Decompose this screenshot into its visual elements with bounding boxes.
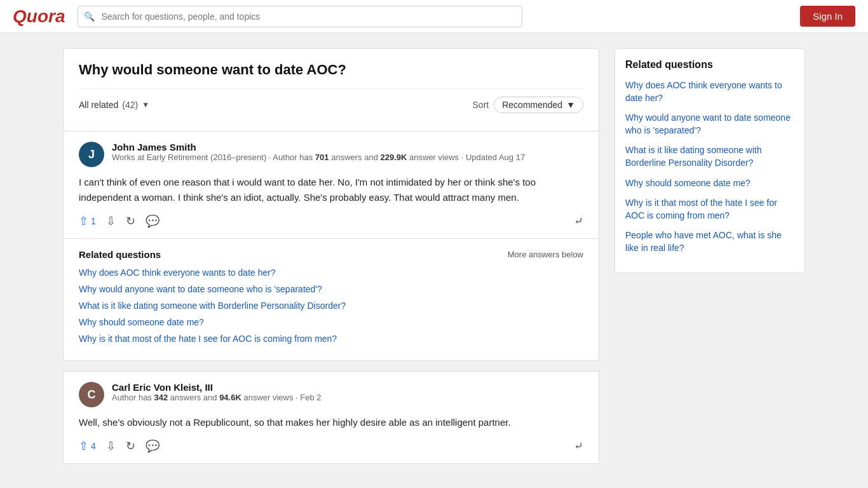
downvote-icon: ⇩: [106, 214, 116, 228]
author-name[interactable]: Carl Eric Von Kleist, III: [112, 382, 322, 393]
header: Quora 🔍 Sign In: [0, 0, 868, 33]
sidebar: Related questions Why does AOC think eve…: [614, 48, 805, 464]
related-link[interactable]: Why would anyone want to date someone wh…: [79, 284, 583, 294]
sort-value: Recommended: [502, 100, 562, 110]
downvote-button[interactable]: ⇩: [106, 214, 116, 228]
upvote-count: 4: [91, 441, 96, 451]
author-name[interactable]: John James Smith: [112, 142, 525, 152]
author-meta-after: answer views · Feb 2: [241, 393, 322, 402]
related-link[interactable]: Why does AOC think everyone wants to dat…: [79, 268, 583, 278]
upvote-button[interactable]: ⇧ 1: [79, 214, 96, 228]
answer-actions: ⇧ 4 ⇩ ↻ 💬 ⤶: [79, 439, 583, 453]
related-inline-title: Related questions: [79, 249, 161, 260]
quora-logo[interactable]: Quora: [13, 6, 65, 27]
answers-bar: All related (42) ▼ Sort Recommended ▼: [79, 88, 583, 121]
page-layout: Why would someone want to date AOC? All …: [53, 33, 815, 479]
author-answers: 701: [315, 152, 329, 162]
upvote-icon: ⇧: [79, 214, 88, 228]
all-related-count: (42): [122, 100, 138, 110]
answer-text: Well, she's obviously not a Republicount…: [79, 415, 583, 430]
sidebar-link[interactable]: People who have met AOC, what is she lik…: [625, 229, 794, 254]
answer-text: I can't think of even one reason that i …: [79, 175, 583, 205]
sort-section: Sort Recommended ▼: [473, 97, 583, 113]
related-link[interactable]: Why should someone date me?: [79, 317, 583, 327]
forward-button[interactable]: ⤶: [574, 439, 583, 453]
author-row: J John James Smith Works at Early Retire…: [79, 142, 583, 167]
question-title: Why would someone want to date AOC?: [79, 62, 583, 78]
more-answers-below: More answers below: [508, 250, 583, 259]
sidebar-link[interactable]: Why would anyone want to date someone wh…: [625, 112, 794, 137]
sidebar-link[interactable]: Why is it that most of the hate I see fo…: [625, 197, 794, 222]
share-button[interactable]: ↻: [126, 439, 135, 453]
question-card: Why would someone want to date AOC? All …: [63, 48, 599, 132]
related-link[interactable]: Why is it that most of the hate I see fo…: [79, 334, 583, 344]
header-right: Sign In: [800, 6, 855, 27]
share-icon: ↻: [126, 214, 135, 228]
chevron-down-icon: ▼: [142, 100, 149, 109]
related-questions-inline: Related questions More answers below Why…: [63, 239, 599, 361]
author-meta: Author has 342 answers and 94.6K answer …: [112, 393, 322, 402]
share-button[interactable]: ↻: [126, 214, 135, 228]
answer-item: C Carl Eric Von Kleist, III Author has 3…: [63, 371, 599, 464]
related-link[interactable]: What is it like dating someone with Bord…: [79, 301, 583, 311]
author-views: 94.6K: [219, 393, 241, 402]
upvote-count: 1: [91, 216, 96, 226]
author-info: John James Smith Works at Early Retireme…: [112, 142, 525, 162]
comment-icon: 💬: [146, 214, 159, 228]
downvote-button[interactable]: ⇩: [106, 439, 116, 453]
author-meta-before: Works at Early Retirement (2016–present)…: [112, 152, 315, 162]
forward-icon: ⤶: [574, 439, 583, 453]
upvote-button[interactable]: ⇧ 4: [79, 439, 96, 453]
author-views: 229.9K: [381, 152, 407, 162]
forward-icon: ⤶: [574, 214, 583, 228]
author-meta: Works at Early Retirement (2016–present)…: [112, 152, 525, 162]
author-answers: 342: [154, 393, 168, 402]
sort-dropdown[interactable]: Recommended ▼: [494, 97, 583, 113]
sort-label: Sort: [473, 100, 489, 110]
main-content: Why would someone want to date AOC? All …: [63, 48, 599, 464]
author-info: Carl Eric Von Kleist, III Author has 342…: [112, 382, 322, 402]
author-meta-before: Author has: [112, 393, 154, 402]
related-inline-header: Related questions More answers below: [79, 249, 583, 260]
all-related-label: All related: [79, 100, 118, 110]
author-meta-mid: answers and: [168, 393, 219, 402]
comment-button[interactable]: 💬: [146, 214, 159, 228]
search-bar: 🔍: [78, 6, 522, 27]
sign-in-button[interactable]: Sign In: [800, 6, 855, 27]
comment-icon: 💬: [146, 439, 159, 453]
avatar: J: [79, 142, 104, 167]
comment-button[interactable]: 💬: [146, 439, 159, 453]
sidebar-link[interactable]: Why does AOC think everyone wants to dat…: [625, 79, 794, 104]
sidebar-card: Related questions Why does AOC think eve…: [614, 48, 805, 273]
chevron-down-icon: ▼: [566, 100, 575, 110]
author-meta-after: answer views · Updated Aug 17: [407, 152, 525, 162]
sidebar-link[interactable]: What is it like dating someone with Bord…: [625, 144, 794, 169]
avatar: C: [79, 382, 104, 407]
all-related-dropdown[interactable]: All related (42) ▼: [79, 100, 149, 110]
answer-item: J John James Smith Works at Early Retire…: [63, 132, 599, 239]
search-input[interactable]: [78, 6, 522, 27]
author-row: C Carl Eric Von Kleist, III Author has 3…: [79, 382, 583, 407]
sidebar-title: Related questions: [625, 59, 794, 71]
forward-button[interactable]: ⤶: [574, 214, 583, 228]
search-icon: 🔍: [84, 11, 95, 22]
sidebar-link[interactable]: Why should someone date me?: [625, 177, 794, 190]
answer-actions: ⇧ 1 ⇩ ↻ 💬 ⤶: [79, 214, 583, 228]
author-meta-mid: answers and: [329, 152, 381, 162]
share-icon: ↻: [126, 439, 135, 453]
upvote-icon: ⇧: [79, 439, 88, 453]
downvote-icon: ⇩: [106, 439, 116, 453]
